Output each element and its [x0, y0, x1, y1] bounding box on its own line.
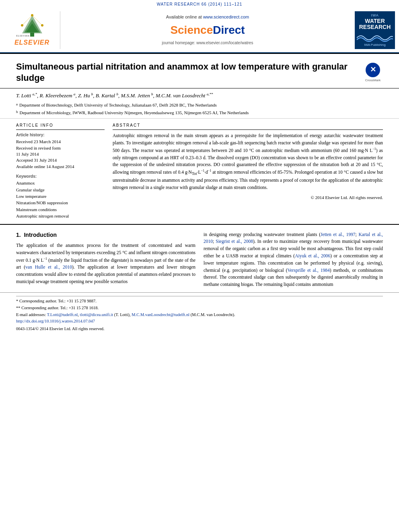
keyword-6: Autotrophic nitrogen removal: [16, 213, 105, 219]
journal-homepage: journal homepage: www.elsevier.com/locat…: [162, 40, 253, 46]
corresponding-1: * Corresponding author. Tel.: +31 15 278…: [16, 298, 383, 305]
copyright-text: © 2014 Elsevier Ltd. All rights reserved…: [113, 195, 383, 201]
crossmark-circle: ✕: [366, 63, 380, 77]
ref-jetten[interactable]: Jetten et al., 1997: [321, 232, 355, 237]
crossmark-badge[interactable]: ✕ CrossMark: [363, 63, 383, 82]
water-research-badge: IWA WATERRESEARCH IWA Publishing: [355, 11, 395, 49]
ref-aiyuk[interactable]: Aiyuk et al., 2006: [295, 253, 330, 258]
svg-point-8: [41, 24, 43, 27]
svg-point-7: [21, 24, 23, 27]
article-header: Simultaneous partial nitritation and ana…: [0, 54, 399, 88]
header-content: ELSEVIER ELSEVIER Available online at ww…: [0, 8, 399, 52]
crossmark-label: CrossMark: [365, 78, 381, 82]
article-info-heading: ARTICLE INFO: [16, 123, 105, 130]
online-date: Available online 14 August 2014: [16, 164, 105, 170]
doi-link[interactable]: http://dx.doi.org/10.1016/j.watres.2014.…: [16, 319, 95, 323]
keyword-5: Mainstream conditions: [16, 207, 105, 213]
email-link-1[interactable]: T.Lotti@tudelft.nl: [47, 312, 78, 317]
article-title: Simultaneous partial nitritation and ana…: [16, 61, 363, 84]
revised-date: 11 July 2014: [16, 151, 105, 157]
affiliation-a: a Department of Biotechnology, Delft Uni…: [16, 102, 383, 109]
wr-wave-icon: [357, 32, 393, 42]
introduction-heading: 1. Introduction: [16, 231, 195, 239]
introduction-left-text: The application of the anammox process f…: [16, 242, 195, 286]
elsevier-tree-icon: ELSEVIER: [14, 13, 50, 37]
introduction-left: 1. Introduction The application of the a…: [16, 231, 195, 289]
introduction-right: in designing energy producing wastewater…: [204, 231, 383, 289]
email-line: E-mail addresses: T.Lotti@tudelft.nl, tl…: [16, 312, 383, 318]
article-info-abstract: ARTICLE INFO Article history: Received 2…: [0, 118, 399, 224]
journal-citation: WATER RESEARCH 66 (2014) 111–121: [157, 2, 243, 6]
crossmark-icon: ✕: [370, 65, 376, 75]
wr-badge-title: IWA: [371, 13, 379, 18]
doi-line: http://dx.doi.org/10.1016/j.watres.2014.…: [16, 318, 383, 325]
ref-versprille[interactable]: Versprille et al., 1984: [287, 268, 329, 273]
keyword-1: Anammox: [16, 180, 105, 186]
keyword-3: Low temperature: [16, 193, 105, 199]
authors-section: T. Lotti a,*, R. Kleerebezem a, Z. Hu b,…: [0, 88, 399, 119]
affiliations: a Department of Biotechnology, Delft Uni…: [16, 102, 383, 116]
svg-point-6: [31, 14, 33, 16]
ref-siegrist[interactable]: Siegrist et al., 2008: [216, 239, 253, 244]
article-title-row: Simultaneous partial nitritation and ana…: [16, 61, 383, 84]
journal-header: WATER RESEARCH 66 (2014) 111–121 ELSEVIE…: [0, 0, 399, 53]
footer-notes: * Corresponding author. Tel.: +31 15 278…: [0, 292, 399, 334]
affiliation-b: b Department of Microbiology, IWWR, Radb…: [16, 109, 383, 116]
body-section: 1. Introduction The application of the a…: [0, 225, 399, 293]
sciencedirect-url[interactable]: www.sciencedirect.com: [203, 14, 249, 19]
ref-van-hulle[interactable]: van Hulle et al., 2010: [25, 265, 72, 269]
issn-line: 0043-1354/© 2014 Elsevier Ltd. All right…: [16, 326, 383, 333]
accepted-date: Accepted 31 July 2014: [16, 157, 105, 163]
elsevier-logo-area: ELSEVIER ELSEVIER: [4, 11, 60, 49]
email-link-3[interactable]: M.C.M.vanLoosdrecht@tudelft.nl: [132, 312, 189, 317]
history-label: Article history:: [16, 132, 105, 138]
email-link-2[interactable]: tlotti@dicea.unifi.it: [80, 312, 113, 317]
journal-top-bar: WATER RESEARCH 66 (2014) 111–121: [0, 0, 399, 8]
revised-label: Received in revised form: [16, 145, 105, 151]
authors-line: T. Lotti a,*, R. Kleerebezem a, Z. Hu b,…: [16, 92, 383, 100]
abstract-heading: ABSTRACT: [113, 123, 383, 130]
abstract-col: ABSTRACT Autotrophic nitrogen removal in…: [113, 123, 383, 220]
wr-badge-sub: IWA Publishing: [364, 43, 386, 47]
keywords-label: Keywords:: [16, 174, 105, 179]
wr-badge-main: WATERRESEARCH: [359, 18, 391, 31]
received-date: Received 23 March 2014: [16, 139, 105, 145]
article-info-col: ARTICLE INFO Article history: Received 2…: [16, 123, 105, 220]
abstract-text: Autotrophic nitrogen removal in the main…: [113, 132, 383, 191]
corresponding-2: ** Corresponding author. Tel.: +31 15 27…: [16, 305, 383, 312]
svg-text:ELSEVIER: ELSEVIER: [16, 34, 29, 37]
keyword-4: Nitratation/NOB suppression: [16, 200, 105, 206]
keywords-section: Keywords: Anammox Granular sludge Low te…: [16, 174, 105, 219]
sciencedirect-logo: ScienceDirect: [170, 22, 245, 38]
footer-rule: [16, 296, 383, 296]
sciencedirect-area: Available online at www.sciencedirect.co…: [64, 11, 351, 49]
elsevier-wordmark: ELSEVIER: [14, 38, 49, 47]
available-online-text: Available online at www.sciencedirect.co…: [166, 14, 249, 20]
introduction-right-text: in designing energy producing wastewater…: [204, 231, 383, 289]
keyword-2: Granular sludge: [16, 187, 105, 193]
